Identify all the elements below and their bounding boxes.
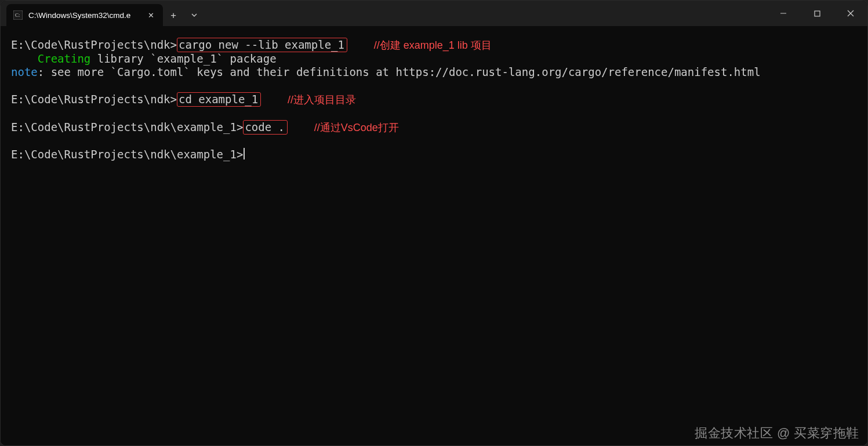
plus-icon: + xyxy=(170,10,176,21)
titlebar-spacer xyxy=(205,1,767,26)
svg-rect-3 xyxy=(815,11,820,16)
watermark: 掘金技术社区 @ 买菜穿拖鞋 xyxy=(695,426,859,440)
terminal-line xyxy=(11,135,859,148)
new-tab-button[interactable]: + xyxy=(163,4,184,26)
terminal-line: E:\Code\RustProjects\ndk\example_1>code … xyxy=(11,120,859,135)
svg-text:C:: C: xyxy=(15,12,20,18)
terminal-output[interactable]: E:\Code\RustProjects\ndk>cargo new --lib… xyxy=(1,26,867,445)
terminal-line: Creating library `example_1` package xyxy=(11,52,859,66)
command-box: cargo new --lib example_1 xyxy=(177,38,347,52)
output-text: : see more `Cargo.toml` keys and their d… xyxy=(38,66,761,78)
terminal-line: E:\Code\RustProjects\ndk>cd example_1 //… xyxy=(11,92,859,107)
chevron-down-icon xyxy=(191,12,198,19)
window-controls xyxy=(767,1,867,26)
minimize-button[interactable] xyxy=(767,1,800,26)
prompt: E:\Code\RustProjects\ndk\example_1> xyxy=(11,148,243,161)
cursor xyxy=(244,148,245,159)
titlebar: C: C:\Windows\System32\cmd.e ✕ + xyxy=(1,1,867,26)
output-text: library `example_1` package xyxy=(90,52,276,65)
tab-cmd[interactable]: C: C:\Windows\System32\cmd.e ✕ xyxy=(6,4,163,26)
status-keyword: Creating xyxy=(38,52,91,65)
close-button[interactable] xyxy=(834,1,867,26)
tab-title: C:\Windows\System32\cmd.e xyxy=(28,11,139,20)
terminal-window: C: C:\Windows\System32\cmd.e ✕ + xyxy=(0,0,868,446)
prompt: E:\Code\RustProjects\ndk\example_1> xyxy=(11,121,243,133)
terminal-line xyxy=(11,107,859,120)
cmd-icon: C: xyxy=(13,10,23,20)
prompt: E:\Code\RustProjects\ndk> xyxy=(11,38,177,51)
terminal-line: E:\Code\RustProjects\ndk>cargo new --lib… xyxy=(11,38,859,52)
command-box: cd example_1 xyxy=(177,92,261,107)
annotation: //通过VsCode打开 xyxy=(314,122,399,133)
prompt: E:\Code\RustProjects\ndk> xyxy=(11,93,177,106)
annotation: //创建 example_1 lib 项目 xyxy=(374,39,492,51)
terminal-line: E:\Code\RustProjects\ndk\example_1> xyxy=(11,148,859,161)
annotation: //进入项目目录 xyxy=(288,94,356,106)
terminal-line xyxy=(11,79,859,92)
command-box: code . xyxy=(243,120,288,135)
tab-dropdown-button[interactable] xyxy=(184,4,205,26)
maximize-button[interactable] xyxy=(800,1,834,26)
tab-close-button[interactable]: ✕ xyxy=(144,9,157,21)
terminal-line: note: see more `Cargo.toml` keys and the… xyxy=(11,66,859,79)
note-keyword: note xyxy=(11,66,38,78)
